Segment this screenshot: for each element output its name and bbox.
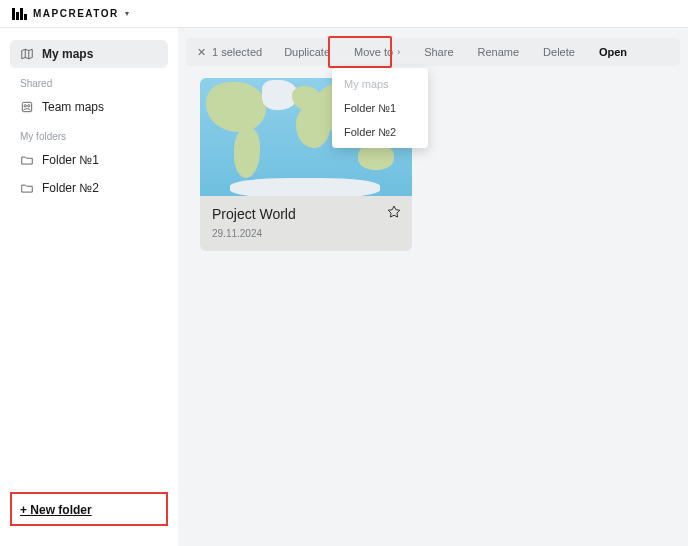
delete-button[interactable]: Delete (531, 38, 587, 66)
chevron-down-icon[interactable]: ▾ (125, 9, 129, 18)
app-header: MAPCREATOR ▾ (0, 0, 688, 28)
dropdown-item-folder[interactable]: Folder №2 (332, 120, 428, 144)
duplicate-button[interactable]: Duplicate (272, 38, 342, 66)
new-folder-button[interactable]: + New folder (20, 503, 92, 517)
map-date: 29.11.2024 (212, 228, 400, 239)
selection-toolbar: ✕ 1 selected Duplicate Move to › Share R… (186, 38, 680, 66)
folder-icon (20, 181, 34, 195)
sidebar-section-shared: Shared (10, 68, 168, 93)
sidebar: My maps Shared Team maps My folders Fold… (0, 28, 178, 546)
sidebar-item-folder[interactable]: Folder №1 (10, 146, 168, 174)
sidebar-item-label: Folder №1 (42, 153, 99, 167)
clear-selection-button[interactable]: ✕ (194, 38, 208, 66)
brand-name[interactable]: MAPCREATOR (33, 8, 119, 19)
sidebar-item-folder[interactable]: Folder №2 (10, 174, 168, 202)
chevron-right-icon: › (397, 47, 400, 57)
sidebar-item-team-maps[interactable]: Team maps (10, 93, 168, 121)
main-area: ✕ 1 selected Duplicate Move to › Share R… (178, 28, 688, 546)
logo-icon (12, 8, 27, 20)
sidebar-item-my-maps[interactable]: My maps (10, 40, 168, 68)
sidebar-item-label: My maps (42, 47, 93, 61)
move-to-dropdown: My maps Folder №1 Folder №2 (332, 68, 428, 148)
map-title: Project World (212, 206, 400, 222)
new-folder-highlight: + New folder (10, 492, 168, 526)
svg-point-1 (24, 105, 26, 107)
share-button[interactable]: Share (412, 38, 465, 66)
move-to-button[interactable]: Move to › (342, 38, 412, 66)
folder-icon (20, 153, 34, 167)
map-icon (20, 47, 34, 61)
move-to-label: Move to (354, 46, 393, 58)
dropdown-item-folder[interactable]: Folder №1 (332, 96, 428, 120)
sidebar-item-label: Folder №2 (42, 181, 99, 195)
selection-count: 1 selected (208, 46, 272, 58)
map-card-body: Project World 29.11.2024 (200, 196, 412, 251)
dropdown-item-my-maps: My maps (332, 72, 428, 96)
rename-button[interactable]: Rename (466, 38, 532, 66)
svg-point-2 (28, 105, 30, 107)
sidebar-section-my-folders: My folders (10, 121, 168, 146)
open-button[interactable]: Open (587, 38, 639, 66)
sidebar-item-label: Team maps (42, 100, 104, 114)
team-icon (20, 100, 34, 114)
favorite-button[interactable] (386, 204, 402, 224)
